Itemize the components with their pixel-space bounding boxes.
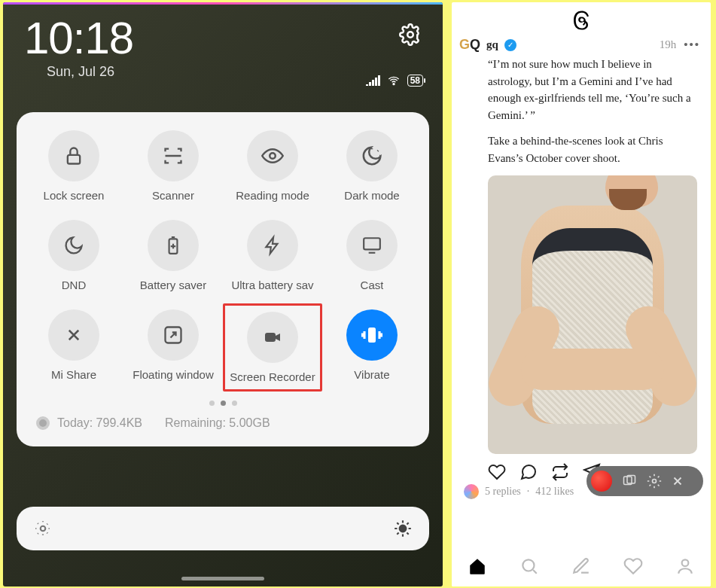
threads-icon xyxy=(570,8,593,32)
heart-icon xyxy=(488,463,506,481)
qs-tile-label: Dark mode xyxy=(344,189,399,202)
svg-point-9 xyxy=(41,526,46,532)
cast-icon xyxy=(346,220,398,271)
mishare-icon xyxy=(48,309,99,361)
replier-avatar xyxy=(464,484,479,499)
qs-tile-batplus[interactable]: Battery saver xyxy=(123,220,223,291)
svg-point-10 xyxy=(400,526,407,532)
screen-recorder-toolbar[interactable] xyxy=(587,466,703,496)
svg-point-3 xyxy=(270,153,276,159)
qs-tile-label: Ultra battery sav xyxy=(231,279,313,291)
post-more-button[interactable]: ••• xyxy=(684,38,700,51)
moon-icon xyxy=(48,220,99,271)
data-usage-icon xyxy=(36,416,50,430)
qs-tile-cast[interactable]: Cast xyxy=(322,220,422,291)
page-indicator xyxy=(24,401,422,406)
svg-point-1 xyxy=(393,84,395,85)
qs-tile-label: Mi Share xyxy=(51,368,96,381)
status-icons: 58 xyxy=(365,75,423,87)
svg-rect-2 xyxy=(68,155,80,164)
data-today: Today: 799.4KB xyxy=(57,416,142,430)
qs-tile-floatwin[interactable]: Floating window xyxy=(123,309,223,385)
nav-compose[interactable] xyxy=(571,556,591,579)
signal-icon xyxy=(365,75,380,86)
svg-rect-7 xyxy=(265,333,276,342)
repost-icon xyxy=(551,463,569,481)
bolt-icon xyxy=(247,220,298,271)
repost-button[interactable] xyxy=(551,463,569,481)
comment-icon xyxy=(519,463,538,481)
qs-tile-label: Battery saver xyxy=(140,279,206,291)
recorder-close-button[interactable] xyxy=(671,474,684,488)
close-icon xyxy=(671,474,684,488)
search-icon xyxy=(519,556,539,576)
brightness-slider[interactable] xyxy=(17,507,429,550)
quick-settings-panel: Lock screenScannerReading modeDark modeD… xyxy=(17,112,429,446)
threads-logo[interactable] xyxy=(452,2,711,35)
brightness-low-icon xyxy=(33,519,53,538)
nav-search[interactable] xyxy=(519,556,539,579)
home-indicator[interactable] xyxy=(181,577,264,580)
qs-tile-label: Screen Recorder xyxy=(230,370,315,383)
reply-button[interactable] xyxy=(519,463,538,481)
settings-button[interactable] xyxy=(399,23,422,49)
qs-tile-bolt[interactable]: Ultra battery sav xyxy=(223,220,322,291)
username[interactable]: gq xyxy=(486,38,498,51)
profile-icon xyxy=(675,556,695,576)
svg-point-13 xyxy=(653,480,657,483)
data-usage-row[interactable]: Today: 799.4KB Remaining: 5.00GB xyxy=(24,406,422,433)
gear-icon xyxy=(647,474,662,489)
eye-icon xyxy=(247,130,298,181)
android-quick-settings: 10:18 Sun, Jul 26 58 Lock screenScannerR… xyxy=(3,2,443,586)
like-button[interactable] xyxy=(488,463,506,481)
svg-point-15 xyxy=(681,559,688,566)
qs-tile-label: Floating window xyxy=(133,368,214,381)
status-date: Sun, Jul 26 xyxy=(24,64,133,80)
verified-badge: ✓ xyxy=(504,39,516,51)
threads-app: GQ gq ✓ 19h ••• “I’m not sure how much I… xyxy=(452,2,711,586)
camcorder-icon xyxy=(247,312,298,363)
post-header: GQ gq ✓ 19h ••• xyxy=(452,35,711,53)
qs-tile-camcorder[interactable]: Screen Recorder xyxy=(223,303,322,391)
like-count: 412 likes xyxy=(535,486,574,498)
post-body: “I’m not sure how much I believe in astr… xyxy=(452,53,711,166)
qs-tile-label: Scanner xyxy=(152,189,194,202)
post-image[interactable] xyxy=(488,175,697,454)
qs-tile-vibrate[interactable]: Vibrate xyxy=(322,309,422,385)
qs-tile-label: Cast xyxy=(361,279,384,291)
wifi-icon xyxy=(386,75,401,87)
qs-tile-eye[interactable]: Reading mode xyxy=(223,130,322,202)
qs-tile-scan[interactable]: Scanner xyxy=(123,130,223,202)
battery-indicator: 58 xyxy=(407,75,423,87)
vibrate-icon xyxy=(346,309,398,361)
brightness-high-icon xyxy=(393,519,413,538)
record-button[interactable] xyxy=(591,471,612,492)
svg-rect-8 xyxy=(368,328,376,343)
post-timestamp: 19h xyxy=(660,38,677,51)
qs-tile-label: DND xyxy=(62,279,87,291)
reply-count: 5 replies xyxy=(485,486,521,498)
avatar-gq[interactable]: GQ xyxy=(459,37,480,53)
nav-activity[interactable] xyxy=(623,556,643,579)
recorder-gallery-button[interactable] xyxy=(621,474,638,488)
nav-profile[interactable] xyxy=(675,556,695,579)
qs-tile-mishare[interactable]: Mi Share xyxy=(24,309,123,385)
post-paragraph-1: “I’m not sure how much I believe in astr… xyxy=(488,56,697,123)
qs-tile-dark[interactable]: Dark mode xyxy=(322,130,422,202)
post-paragraph-2: Take a behind-the-scenes look at Chris E… xyxy=(488,133,697,166)
gear-icon xyxy=(399,23,422,46)
qs-tile-label: Lock screen xyxy=(44,189,105,202)
qs-tile-moon[interactable]: DND xyxy=(24,220,123,291)
batplus-icon xyxy=(148,220,199,271)
svg-point-0 xyxy=(407,32,413,38)
qs-tile-lock[interactable]: Lock screen xyxy=(24,130,123,202)
qs-tile-label: Vibrate xyxy=(354,368,389,381)
recorder-settings-button[interactable] xyxy=(647,474,662,489)
svg-point-14 xyxy=(523,559,535,571)
nav-home[interactable] xyxy=(468,556,487,579)
lock-icon xyxy=(48,130,99,181)
svg-rect-5 xyxy=(364,238,380,249)
qs-tile-label: Reading mode xyxy=(236,189,309,202)
accent-gradient xyxy=(3,2,443,5)
compose-icon xyxy=(571,556,591,576)
